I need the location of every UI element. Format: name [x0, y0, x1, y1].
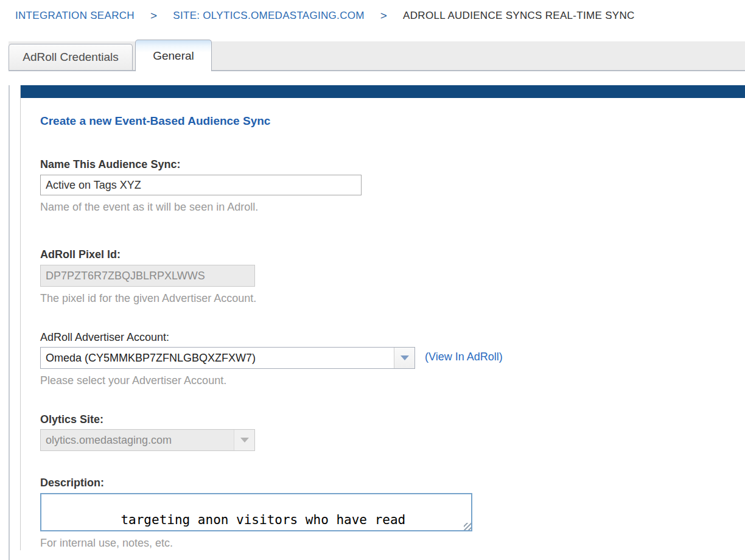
tab-general-label: General	[153, 49, 194, 63]
form-card: Create a new Event-Based Audience Sync N…	[20, 85, 745, 550]
olytics-site-combobox: olytics.omedastaging.com	[40, 429, 255, 451]
breadcrumb-separator: >	[150, 9, 157, 23]
field-name-sync: Name This Audience Sync: Name of the eve…	[40, 157, 721, 214]
panel-header-bar	[21, 85, 745, 98]
pixel-id-label: AdRoll Pixel Id:	[40, 247, 721, 262]
field-olytics-site: Olytics Site: olytics.omedastaging.com	[40, 412, 721, 451]
field-advertiser-account: AdRoll Advertiser Account: Omeda (CY5MMK…	[40, 330, 721, 388]
text-cursor	[367, 530, 368, 531]
field-pixel-id: AdRoll Pixel Id: The pixel id for the gi…	[40, 247, 721, 306]
olytics-site-label: Olytics Site:	[40, 412, 721, 427]
olytics-site-value: olytics.omedastaging.com	[41, 430, 172, 450]
tab-adroll-credentials[interactable]: AdRoll Credentials	[9, 44, 133, 70]
tab-general[interactable]: General	[135, 40, 212, 71]
breadcrumb-link-integration-search[interactable]: INTEGRATION SEARCH	[15, 9, 135, 23]
resize-handle-icon[interactable]	[464, 523, 471, 530]
description-label: Description:	[40, 475, 721, 490]
dropdown-button[interactable]	[394, 348, 414, 368]
page-title: Create a new Event-Based Audience Sync	[40, 113, 721, 129]
advertiser-account-label: AdRoll Advertiser Account:	[40, 330, 721, 345]
tab-strip: AdRoll Credentials General	[0, 41, 745, 71]
description-misspelled-word: XYZ	[190, 529, 213, 531]
description-text: in the last 14 days	[213, 529, 367, 531]
breadcrumb-current-page: ADROLL AUDIENCE SYNCS REAL-TIME SYNC	[403, 9, 634, 23]
view-in-adroll-link[interactable]: (View In AdRoll)	[425, 351, 503, 363]
name-sync-help: Name of the event as it will be seen in …	[40, 200, 721, 214]
advertiser-account-combobox[interactable]: Omeda (CY5MMKBP7ZFNLGBQXZFXW7)	[40, 347, 415, 369]
dropdown-button-disabled	[234, 430, 254, 450]
tab-content-panel: Create a new Event-Based Audience Sync N…	[9, 85, 745, 560]
field-description: Description: targeting anon visitors who…	[40, 475, 721, 550]
advertiser-account-help: Please select your Advertiser Account.	[40, 373, 721, 388]
description-textarea[interactable]: targeting anon visitors who have read ar…	[40, 493, 472, 531]
breadcrumb: INTEGRATION SEARCH > SITE: OLYTICS.OMEDA…	[0, 0, 745, 41]
description-help: For internal use, notes, etc.	[40, 536, 721, 550]
breadcrumb-separator: >	[380, 9, 387, 23]
pixel-id-input	[40, 265, 255, 287]
name-sync-label: Name This Audience Sync:	[40, 157, 721, 172]
pixel-id-help: The pixel id for the given Advertiser Ac…	[40, 291, 721, 306]
chevron-down-icon	[240, 438, 249, 443]
breadcrumb-link-site[interactable]: SITE: OLYTICS.OMEDASTAGING.COM	[173, 9, 364, 23]
chevron-down-icon	[400, 355, 409, 360]
name-sync-input[interactable]	[40, 175, 362, 195]
advertiser-account-value: Omeda (CY5MMKBP7ZFNLGBQXZFXW7)	[41, 348, 256, 368]
tab-adroll-credentials-label: AdRoll Credentials	[23, 51, 118, 64]
